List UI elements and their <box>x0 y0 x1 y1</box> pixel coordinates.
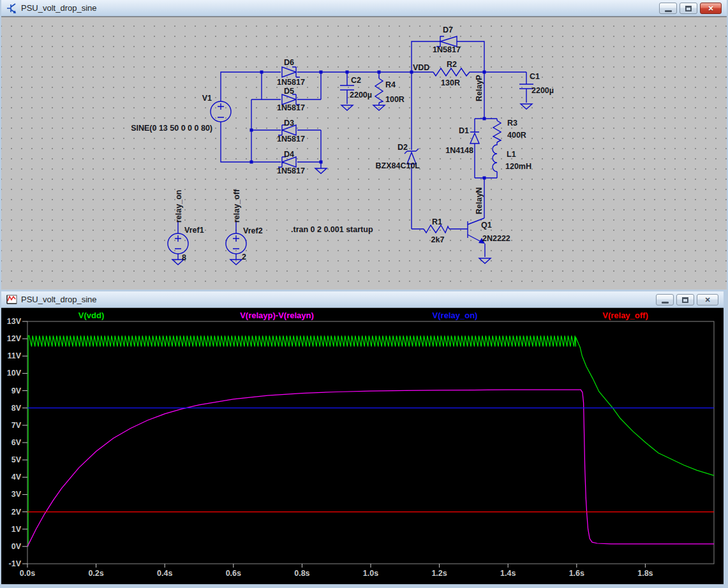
schematic-label: 130R <box>441 78 460 87</box>
schematic-label: D2 <box>397 143 408 152</box>
schematic-label: Vref2 <box>243 226 263 235</box>
y-axis-label: 9V <box>11 386 22 395</box>
x-axis-label: 0.4s <box>157 569 172 578</box>
x-axis-label: 1.6s <box>569 569 584 578</box>
minimize-button[interactable] <box>656 294 674 305</box>
y-axis-label: 2V <box>11 508 22 517</box>
schematic-label: Vref1 <box>184 226 204 235</box>
close-icon: ✕ <box>708 5 713 12</box>
schematic-label: C2 <box>351 76 361 85</box>
schematic-label: D7 <box>443 26 453 34</box>
y-axis-label: 8V <box>11 404 22 413</box>
restore-button[interactable] <box>676 294 694 305</box>
desktop: PSU_volt_drop_sine ✕ <box>0 0 728 588</box>
schematic-label: 1N5817 <box>277 166 305 175</box>
x-axis-label: 0.2s <box>88 569 103 578</box>
y-axis-label: -1V <box>9 559 22 568</box>
schematic-label: 1N5817 <box>277 78 305 87</box>
y-axis-label: 0V <box>11 542 22 551</box>
schematic-label: D4 <box>284 150 294 159</box>
schematic-titlebar[interactable]: PSU_volt_drop_sine ✕ <box>1 0 727 17</box>
schematic-window: PSU_volt_drop_sine ✕ <box>0 0 728 291</box>
y-axis-label: 3V <box>11 490 22 499</box>
schematic-label: .tran 0 2 0.001 startup <box>291 225 373 234</box>
schematic-label: RelayN <box>475 187 484 214</box>
schematic-label: C1 <box>530 72 540 81</box>
schematic-canvas[interactable]: V1SINE(0 13 50 0 0 0 80)D61N5817D51N5817… <box>1 17 727 290</box>
schematic-drawing: V1SINE(0 13 50 0 0 0 80)D61N5817D51N5817… <box>1 17 727 290</box>
x-axis-label: 1.2s <box>431 569 447 578</box>
x-axis-label: 1.0s <box>363 569 378 578</box>
trace-v-vdd- <box>28 335 714 547</box>
waveform-chart: V(vdd)V(relayp)-V(relayn)V(relay_on)V(re… <box>1 309 722 583</box>
waveform-window: PSU_volt_drop_sine ✕ V(vdd)V(relayp)-V(r… <box>0 291 728 588</box>
schematic-label: D5 <box>284 87 294 96</box>
waveform-plot[interactable]: V(vdd)V(relayp)-V(relayn)V(relay_on)V(re… <box>1 309 722 583</box>
trace-v-relayp-v-relayn- <box>27 390 714 547</box>
x-axis-label: 0.6s <box>226 569 241 578</box>
waveform-window-title: PSU_volt_drop_sine <box>21 295 97 304</box>
inductor-symbol <box>493 142 497 172</box>
y-axis-label: 13V <box>7 317 22 326</box>
plot-border <box>27 321 714 564</box>
x-axis-label: 0.0s <box>20 569 35 578</box>
waveform-app-icon <box>6 294 18 305</box>
schematic-label: D1 <box>459 126 469 135</box>
y-axis-label: 1V <box>11 525 22 534</box>
schematic-label: L1 <box>507 150 516 159</box>
close-icon: ✕ <box>704 297 710 304</box>
schematic-label: R2 <box>447 60 457 69</box>
y-axis-label: 5V <box>11 455 22 464</box>
minimize-icon <box>665 10 672 12</box>
schematic-label: 2k7 <box>431 235 445 244</box>
restore-button[interactable] <box>680 3 697 14</box>
y-axis-label: 6V <box>11 438 22 447</box>
schematic-label: D3 <box>284 119 294 128</box>
schematic-label: 400R <box>507 131 526 140</box>
schematic-label: 120mH <box>505 162 531 171</box>
schematic-label: Q1 <box>481 221 492 230</box>
legend-item[interactable]: V(relayp)-V(relayn) <box>240 311 314 320</box>
y-axis-label: 10V <box>7 369 22 378</box>
schematic-window-title: PSU_volt_drop_sine <box>21 3 97 13</box>
schematic-label: R4 <box>385 80 396 89</box>
schematic-label: 1N5817 <box>277 103 305 112</box>
schematic-label: R3 <box>507 119 517 128</box>
schematic-label: R1 <box>432 217 442 226</box>
close-button[interactable]: ✕ <box>700 3 722 14</box>
schematic-label: 100R <box>385 95 405 104</box>
y-axis-label: 4V <box>11 473 22 481</box>
close-button[interactable]: ✕ <box>697 294 718 305</box>
schematic-label: V1 <box>202 94 212 103</box>
schematic-label: 8 <box>182 253 186 262</box>
schematic-label: RelayP <box>475 75 484 101</box>
x-axis-label: 1.4s <box>500 569 516 578</box>
schematic-label: 2N2222 <box>482 234 510 243</box>
schematic-label: relay_off <box>232 189 241 223</box>
schematic-label: 1N4148 <box>445 146 473 155</box>
schematic-label: relay_on <box>174 190 183 223</box>
capacitor-symbols <box>340 84 533 90</box>
schematic-label: 2 <box>242 253 246 261</box>
y-axis-label: 11V <box>7 351 21 360</box>
schematic-label: D6 <box>284 58 294 67</box>
minimize-button[interactable] <box>659 3 677 14</box>
schematic-label: 1N5817 <box>433 45 461 54</box>
restore-icon <box>682 297 688 303</box>
schematic-label: 1N5817 <box>277 135 305 143</box>
schematic-label: 2200µ <box>531 86 554 95</box>
schematic-label: VDD <box>413 63 429 72</box>
legend-item[interactable]: V(relay_on) <box>433 311 478 320</box>
x-axis-label: 0.8s <box>294 569 309 578</box>
schematic-label: 2200µ <box>350 91 372 99</box>
y-axis-label: 7V <box>11 421 22 430</box>
y-axis-label: 12V <box>7 334 22 343</box>
waveform-titlebar[interactable]: PSU_volt_drop_sine ✕ <box>1 291 724 308</box>
legend-item[interactable]: V(relay_off) <box>602 311 648 320</box>
x-axis-label: 1.8s <box>637 569 653 578</box>
schematic-label: SINE(0 13 50 0 0 0 80) <box>131 124 212 133</box>
restore-icon <box>685 6 692 11</box>
minimize-icon <box>662 302 669 304</box>
schematic-app-icon <box>6 3 18 14</box>
legend-item[interactable]: V(vdd) <box>78 311 104 320</box>
